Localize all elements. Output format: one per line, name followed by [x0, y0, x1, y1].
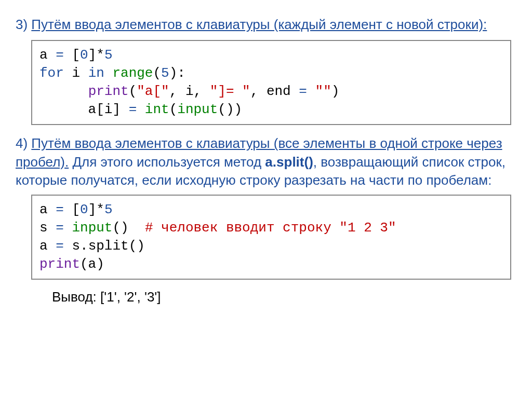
code-op: = — [299, 84, 307, 99]
section3-title: Путём ввода элементов с клавиатуры (кажд… — [31, 17, 487, 32]
code-text: [ — [64, 202, 80, 217]
code-fn-int: int — [145, 102, 169, 117]
code-text: [ — [64, 47, 80, 63]
code-fn-input: input — [177, 102, 218, 117]
code-num: 5 — [104, 202, 113, 217]
section3-heading: 3) Путём ввода элементов с клавиатуры (к… — [16, 16, 516, 34]
code-comment: # человек вводит строку "1 2 3" — [145, 220, 396, 236]
code-str: "" — [315, 84, 331, 99]
code-text: a — [39, 238, 56, 254]
code-text: ( — [129, 84, 137, 99]
code-text: , end — [250, 84, 299, 99]
code-text: ): — [169, 65, 185, 81]
code-text: a — [39, 47, 56, 63]
section3-codebox: a = [0]*5 for i in range(5): print("a[",… — [31, 40, 511, 125]
code-text: ) — [331, 84, 340, 99]
code-fn-range: range — [112, 65, 153, 81]
code-text: ( — [169, 102, 178, 117]
code-text: i — [64, 65, 88, 81]
section4-text1: Для этого используется метод — [69, 154, 265, 170]
code-num: 5 — [161, 65, 169, 81]
code-indent: a[i] — [39, 102, 129, 117]
section3-number: 3) — [16, 17, 31, 32]
code-text: ( — [153, 65, 161, 81]
section4-codebox: a = [0]*5 s = input() # человек вводит с… — [31, 195, 511, 280]
code-op: = — [56, 238, 64, 254]
code-text: s — [39, 220, 56, 236]
code-text: ()) — [218, 102, 242, 117]
code-text: (a) — [80, 256, 104, 272]
code-text — [137, 102, 145, 117]
code-text: () — [112, 220, 144, 236]
code-op: = — [56, 220, 64, 236]
section4-number: 4) — [16, 135, 31, 151]
code-op: = — [56, 202, 64, 217]
code-str: "a[" — [137, 84, 169, 99]
code-num: 0 — [80, 47, 88, 63]
section4-heading: 4) Путём ввода элементов с клавиатуры (в… — [16, 134, 516, 189]
section4-method-name: a.split() — [265, 154, 313, 170]
code-text: a — [39, 202, 56, 217]
code-op: = — [129, 102, 137, 117]
code-text — [104, 65, 113, 81]
code-fn-print: print — [39, 256, 80, 272]
code-num: 0 — [80, 202, 88, 217]
code-kw-for: for — [39, 65, 64, 81]
code-indent — [39, 84, 88, 99]
code-kw-in: in — [88, 65, 104, 81]
code-op: = — [56, 47, 64, 63]
code-text: ]* — [88, 47, 104, 63]
code-text: s.split() — [64, 238, 145, 254]
section4-output: Вывод: ['1', '2', '3'] — [52, 289, 516, 305]
code-text: , i, — [169, 84, 210, 99]
code-fn-print: print — [88, 84, 129, 99]
code-text: ]* — [88, 202, 104, 217]
code-text — [307, 84, 315, 99]
code-num: 5 — [104, 47, 113, 63]
code-text — [64, 220, 72, 236]
code-str: "]= " — [210, 84, 250, 99]
code-fn-input: input — [72, 220, 112, 236]
